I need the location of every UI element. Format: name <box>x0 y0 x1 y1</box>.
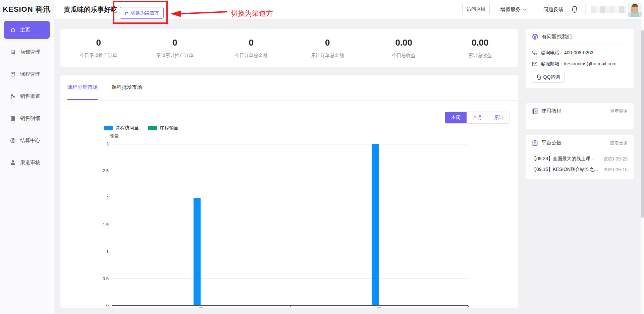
email-row: 客服邮箱：kesioncms@hotmail.com <box>532 61 628 67</box>
x-tick <box>468 306 469 307</box>
bar-chart-plot: 00.511.522.53 <box>112 144 468 306</box>
legend-entry-0[interactable]: 课程访问量 <box>104 125 139 131</box>
feedback-link[interactable]: 问题反馈 <box>543 0 564 19</box>
announcement-title: 【09.15】KESION联合站长之... <box>532 167 598 173</box>
stat-label: 今日渠道推广订单 <box>80 53 117 59</box>
sidebar-item-settlement-center[interactable]: 结算中心 <box>4 131 50 149</box>
swap-arrows-icon: ⇄ <box>124 10 128 16</box>
period-button-week[interactable]: 本周 <box>445 112 467 123</box>
shop-title: 黄瓜味的乐事好吃 <box>64 0 117 19</box>
qq-button-label: QQ咨询 <box>543 74 560 80</box>
email-text: 客服邮箱：kesioncms@hotmail.com <box>541 61 616 67</box>
tutorial-card: 使用教程 查看更多 <box>526 103 634 129</box>
sidebar-item-channel-audit[interactable]: 渠道审核 <box>4 153 50 172</box>
announcement-clipboard-icon <box>532 140 538 146</box>
announcement-item-0[interactable]: 【09.23】全国最大的线上课程...2020-09-23 <box>532 156 628 162</box>
stat-value: 0 <box>96 38 101 48</box>
gridline <box>112 198 468 198</box>
stat-item-2: 0今日订单总金额 <box>213 29 289 67</box>
announcement-date: 2020-09-15 <box>603 167 628 172</box>
y-tick-label: 2 <box>95 195 109 200</box>
announcement-card-title: 平台公告 <box>541 140 561 146</box>
gridline <box>112 144 468 144</box>
document-lines-icon <box>10 115 16 122</box>
home-icon <box>10 27 16 33</box>
visit-shop-button[interactable]: 访问店铺 <box>462 4 490 15</box>
storefront-icon <box>10 49 16 55</box>
qq-consult-button[interactable]: QQ咨询 <box>532 72 565 83</box>
stat-label: 累计订单总金额 <box>311 53 344 59</box>
scrollbar-track[interactable] <box>641 19 644 314</box>
top-header: KESION 科汛 黄瓜味的乐事好吃 ⇄ 切换为渠道方 切换为渠道方 访问店铺 … <box>0 0 644 19</box>
announcement-card: 平台公告 查看更多 【09.23】全国最大的线上课程...2020-09-23【… <box>526 135 634 179</box>
legend-label: 课程访问量 <box>115 125 139 131</box>
sidebar-item-label: 结算中心 <box>20 137 40 144</box>
kesion-logo: KESION 科汛 <box>3 4 51 14</box>
stat-label: 今日订单总金额 <box>235 53 268 59</box>
bar-课程访问量-1 <box>372 144 379 305</box>
stat-label: 累计总收益 <box>468 53 492 59</box>
switch-button-label: 切换为渠道方 <box>131 10 159 16</box>
chart-legend: 课程访问量课程销量 <box>104 125 178 131</box>
legend-entry-1[interactable]: 课程销量 <box>148 125 178 131</box>
bar-课程访问量-0 <box>194 198 201 305</box>
stat-label: 今日总收益 <box>392 53 416 59</box>
legend-swatch <box>104 126 113 130</box>
value-added-services-dropdown[interactable]: 增值服务 <box>500 0 527 19</box>
sidebar-item-shop-manage[interactable]: 店铺管理 <box>4 43 50 61</box>
market-tabs: 课程分销市场课程批发市场 <box>60 75 518 101</box>
tab-distribution-market[interactable]: 课程分销市场 <box>67 75 98 100</box>
stat-value: 0 <box>325 38 330 48</box>
sidebar-item-label: 主页 <box>20 27 30 33</box>
sidebar-nav: 主页店铺管理课程管理销售渠道销售明细结算中心渠道审核 <box>0 19 54 314</box>
market-chart-card: 课程分销市场课程批发市场 本周本月累计 课程访问量课程销量 销量 00.511.… <box>60 75 518 308</box>
sidebar-item-sales-channel[interactable]: 销售渠道 <box>4 87 50 105</box>
stat-value: 0 <box>249 38 254 48</box>
legend-swatch <box>148 126 157 130</box>
switch-to-channel-button[interactable]: ⇄ 切换为渠道方 <box>120 7 164 19</box>
y-tick-label: 3 <box>95 141 109 146</box>
announcement-item-1[interactable]: 【09.15】KESION联合站长之...2020-09-15 <box>532 167 628 173</box>
stamp-icon <box>10 160 16 166</box>
y-tick-label: 2.5 <box>95 168 109 173</box>
y-tick-label: 0.5 <box>95 276 109 281</box>
sidebar-item-sales-detail[interactable]: 销售明细 <box>4 109 50 127</box>
x-tick <box>290 306 291 307</box>
gridline <box>112 252 468 252</box>
yen-circle-icon <box>10 137 16 144</box>
announcement-date: 2020-09-23 <box>603 156 628 162</box>
stat-value: 0 <box>172 38 177 48</box>
period-button-total[interactable]: 累计 <box>488 112 509 123</box>
chevron-down-icon <box>523 8 527 11</box>
sidebar-item-home[interactable]: 主页 <box>4 21 50 39</box>
stat-item-3: 0累计订单总金额 <box>289 29 366 67</box>
username-blurred[interactable] <box>591 6 626 13</box>
notification-bell-icon[interactable] <box>571 5 578 15</box>
tutorial-book-icon <box>532 108 538 115</box>
phone-row: 咨询电话：400-008-0263 <box>532 50 628 56</box>
headset-icon <box>532 33 539 40</box>
announcement-more-link[interactable]: 查看更多 <box>610 140 628 146</box>
tutorial-more-link[interactable]: 查看更多 <box>610 108 628 114</box>
stat-item-5: 0.00累计总收益 <box>442 29 519 67</box>
y-axis-title: 销量 <box>110 133 119 139</box>
sidebar-item-label: 课程管理 <box>20 71 40 77</box>
tab-wholesale-market[interactable]: 课程批发市场 <box>112 75 142 100</box>
scrollbar-thumb[interactable] <box>641 30 644 218</box>
stat-item-4: 0.00今日总收益 <box>366 29 442 67</box>
sidebar-item-label: 渠道审核 <box>20 160 40 166</box>
annotation-label: 切换为渠道方 <box>231 9 273 18</box>
x-axis-label-cutoff <box>199 307 203 308</box>
user-avatar[interactable] <box>628 3 642 17</box>
org-nodes-icon <box>10 93 16 100</box>
period-button-month[interactable]: 本月 <box>467 112 488 123</box>
x-axis-label-cutoff <box>377 307 381 308</box>
sidebar-item-course-manage[interactable]: 课程管理 <box>4 65 50 83</box>
help-card: 有问题找我们 咨询电话：400-008-0263 客服邮箱：kesioncms@… <box>526 29 634 88</box>
gridline <box>112 225 468 225</box>
stats-summary-card: 0今日渠道推广订单0渠道累计推广订单0今日订单总金额0累计订单总金额0.00今日… <box>60 29 518 67</box>
x-tick <box>112 306 112 307</box>
mail-icon <box>532 61 538 67</box>
stat-value: 0.00 <box>395 38 412 48</box>
sidebar-item-label: 店铺管理 <box>20 49 40 55</box>
